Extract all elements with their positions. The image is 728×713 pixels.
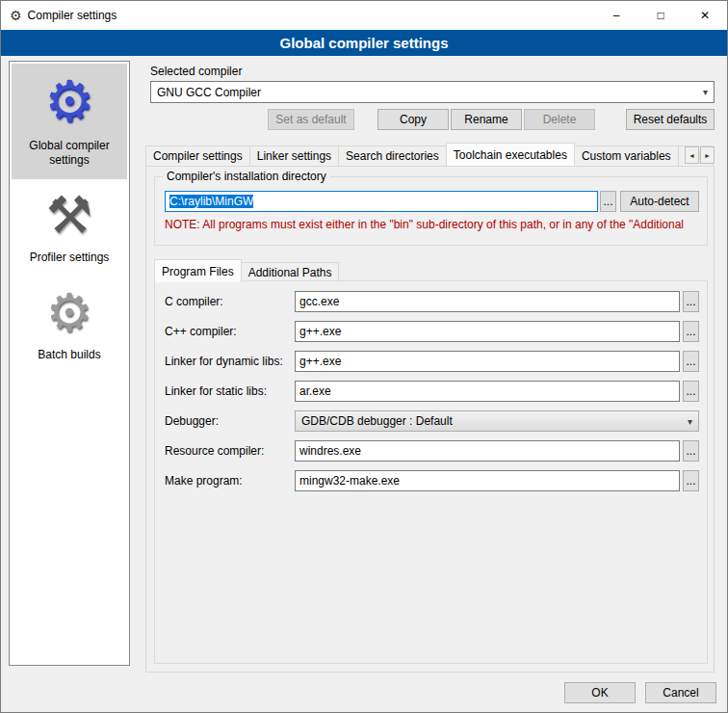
close-icon: ✕: [700, 9, 710, 22]
field-value: g++.exe: [299, 325, 341, 338]
set-as-default-button[interactable]: Set as default: [268, 109, 354, 130]
chevron-down-icon: ▾: [688, 416, 692, 427]
sidebar: ⚙ Global compiler settings ⚒ Profiler se…: [9, 61, 130, 666]
resource-compiler-browse-button[interactable]: ...: [683, 440, 699, 462]
field-label: Make program:: [165, 474, 243, 488]
make-program-browse-button[interactable]: ...: [683, 470, 699, 491]
compiler-settings-dialog: ⚙ Compiler settings – □ ✕ Global compile…: [0, 0, 728, 713]
c-compiler-input[interactable]: gcc.exe: [295, 291, 680, 312]
app-icon: ⚙: [10, 9, 22, 22]
arrow-right-icon: ►: [704, 152, 711, 159]
sidebar-item-label: Global compiler settings: [13, 139, 125, 168]
minimize-icon: –: [613, 9, 620, 22]
resource-compiler-input[interactable]: windres.exe: [295, 440, 680, 462]
tab-scroll-left-button[interactable]: ◄: [685, 146, 699, 164]
field-label: Linker for dynamic libs:: [165, 355, 283, 368]
debugger-dropdown[interactable]: GDB/CDB debugger : Default ▾: [295, 410, 699, 432]
make-program-input[interactable]: mingw32-make.exe: [295, 470, 680, 491]
install-dir-group-label: Compiler's installation directory: [163, 170, 330, 183]
field-value: windres.exe: [299, 444, 361, 458]
program-files-panel: C compiler: gcc.exe ... C++ compiler: g+…: [154, 280, 708, 664]
field-value: g++.exe: [299, 355, 341, 368]
tab-scroll-controls: ◄ ►: [684, 146, 715, 164]
tab-additional-paths[interactable]: Additional Paths: [241, 262, 340, 282]
cancel-button[interactable]: Cancel: [645, 682, 716, 703]
close-button[interactable]: ✕: [683, 1, 727, 30]
sidebar-item-profiler-settings[interactable]: ⚒ Profiler settings: [12, 179, 127, 277]
dialog-footer: OK Cancel: [555, 682, 716, 703]
sidebar-item-label: Profiler settings: [30, 251, 110, 265]
install-dir-input[interactable]: C:\raylib\MinGW: [165, 191, 598, 212]
sidebar-item-label: Batch builds: [38, 348, 100, 362]
tab-custom-variables[interactable]: Custom variables: [574, 145, 679, 166]
install-dir-value: C:\raylib\MinGW: [169, 195, 253, 208]
settings-tabstrip: Compiler settings Linker settings Search…: [145, 145, 715, 166]
maximize-icon: □: [657, 9, 663, 22]
tab-linker-settings[interactable]: Linker settings: [249, 145, 339, 166]
c-compiler-browse-button[interactable]: ...: [683, 291, 699, 312]
tab-search-directories[interactable]: Search directories: [338, 145, 447, 166]
field-value: gcc.exe: [299, 295, 339, 308]
static-linker-browse-button[interactable]: ...: [683, 381, 699, 402]
reset-defaults-button[interactable]: Reset defaults: [626, 109, 715, 130]
delete-button[interactable]: Delete: [524, 109, 595, 130]
dynamic-linker-browse-button[interactable]: ...: [683, 351, 699, 372]
toolchain-executables-panel: Compiler's installation directory C:\ray…: [145, 166, 715, 673]
profiler-icon: ⚒: [46, 189, 92, 241]
rename-button[interactable]: Rename: [451, 109, 522, 130]
window-title: Compiler settings: [28, 9, 117, 22]
sidebar-item-batch-builds[interactable]: ⚙ Batch builds: [12, 277, 127, 374]
tab-compiler-settings[interactable]: Compiler settings: [145, 145, 250, 166]
compiler-dropdown[interactable]: GNU GCC Compiler ▾: [150, 81, 715, 103]
field-label: Resource compiler:: [165, 444, 264, 458]
install-dir-browse-button[interactable]: ...: [600, 191, 616, 212]
maximize-button[interactable]: □: [638, 1, 683, 30]
cpp-compiler-browse-button[interactable]: ...: [683, 321, 699, 342]
window-controls: – □ ✕: [594, 1, 727, 30]
minimize-button[interactable]: –: [594, 1, 638, 30]
dynamic-linker-input[interactable]: g++.exe: [295, 351, 680, 372]
static-linker-input[interactable]: ar.exe: [295, 381, 680, 402]
field-value: ar.exe: [299, 384, 331, 398]
compiler-dropdown-value: GNU GCC Compiler: [157, 86, 261, 99]
cpp-compiler-input[interactable]: g++.exe: [295, 321, 680, 342]
sidebar-item-global-compiler-settings[interactable]: ⚙ Global compiler settings: [12, 64, 127, 179]
field-value: mingw32-make.exe: [299, 474, 400, 488]
selected-compiler-label: Selected compiler: [150, 65, 242, 78]
debugger-dropdown-value: GDB/CDB debugger : Default: [301, 414, 453, 428]
auto-detect-button[interactable]: Auto-detect: [620, 191, 699, 212]
copy-button[interactable]: Copy: [377, 109, 449, 130]
gear-blue-icon: ⚙: [44, 73, 94, 129]
compiler-actions: Set as default Copy Rename Delete Reset …: [150, 109, 715, 130]
tab-program-files[interactable]: Program Files: [154, 259, 242, 282]
field-label: Debugger:: [165, 414, 219, 428]
tab-toolchain-executables[interactable]: Toolchain executables: [446, 143, 575, 166]
titlebar: ⚙ Compiler settings – □ ✕: [1, 1, 727, 30]
arrow-left-icon: ◄: [689, 152, 695, 159]
field-label: C compiler:: [165, 295, 223, 308]
note-text: NOTE: All programs must exist either in …: [165, 218, 715, 231]
gear-gray-icon: ⚙: [46, 286, 92, 338]
install-dir-groupbox: Compiler's installation directory C:\ray…: [154, 176, 708, 246]
field-label: Linker for static libs:: [165, 384, 267, 398]
chevron-down-icon: ▾: [703, 87, 708, 97]
program-files-tabstrip: Program Files Additional Paths: [154, 259, 338, 282]
field-label: C++ compiler:: [165, 325, 237, 338]
tab-scroll-right-button[interactable]: ►: [700, 146, 715, 164]
ok-button[interactable]: OK: [564, 682, 636, 703]
page-title: Global compiler settings: [1, 30, 727, 56]
